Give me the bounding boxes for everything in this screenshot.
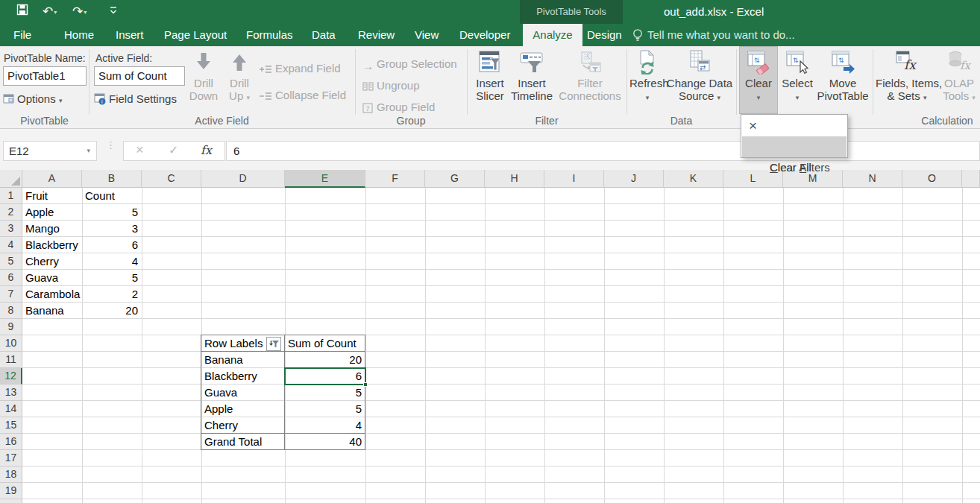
select-button[interactable]: ⇅ Select▾ (780, 48, 814, 115)
fields-items-sets-button[interactable]: fx Fields, Items,& Sets ▾ (876, 48, 938, 115)
pivot-row-value[interactable]: 20 (285, 352, 365, 368)
cell-B8[interactable]: 20 (82, 303, 142, 319)
insert-function-icon[interactable]: fx (201, 143, 212, 157)
options-button[interactable]: Options ▾ (3, 90, 62, 107)
column-header-D[interactable]: D (201, 170, 285, 188)
cell-A5[interactable]: Cherry (22, 253, 82, 270)
row-header-16[interactable]: 16 (0, 434, 22, 450)
row-labels-filter-button[interactable] (266, 337, 281, 351)
cell-A1[interactable]: Fruit (22, 188, 82, 204)
cell-A6[interactable]: Guava (22, 270, 82, 286)
field-settings-button[interactable]: iField Settings (94, 90, 177, 107)
pivot-row-label[interactable]: Blackberry (201, 368, 285, 385)
cell-A4[interactable]: Blackberry (22, 237, 82, 253)
tab-page-layout[interactable]: Page Layout (164, 24, 227, 46)
cell-A2[interactable]: Apple (22, 204, 82, 221)
move-pivottable-button[interactable]: ⇅ MovePivotTable (816, 48, 870, 115)
pivot-row-label[interactable]: Grand Total (201, 434, 285, 450)
fill-handle[interactable] (363, 382, 368, 387)
tab-review[interactable]: Review (358, 24, 395, 46)
row-header-17[interactable]: 17 (0, 450, 22, 466)
column-header-C[interactable]: C (142, 170, 201, 188)
cell-B2[interactable]: 5 (82, 204, 142, 221)
row-header-2[interactable]: 2 (0, 204, 22, 221)
row-header-4[interactable]: 4 (0, 237, 22, 253)
row-header-11[interactable]: 11 (0, 352, 22, 368)
tell-me-box[interactable]: Tell me what you want to do... (647, 24, 795, 46)
row-header-19[interactable]: 19 (0, 483, 22, 499)
cell-A8[interactable]: Banana (22, 303, 82, 319)
refresh-button[interactable]: Refresh▾ (629, 48, 665, 115)
select-dropdown-icon[interactable]: ▾ (796, 94, 800, 101)
tab-view[interactable]: View (415, 24, 439, 46)
cell-B4[interactable]: 6 (82, 237, 142, 253)
refresh-dropdown-icon[interactable]: ▾ (646, 94, 650, 101)
enter-icon[interactable]: ✓ (169, 143, 178, 157)
column-header-I[interactable]: I (544, 170, 604, 188)
change-data-source-button[interactable]: ⇄ Change DataSource ▾ (665, 48, 734, 115)
select-all-corner[interactable] (0, 170, 22, 188)
column-header-H[interactable]: H (485, 170, 544, 188)
fields-items-dropdown-icon[interactable]: ▾ (923, 94, 927, 101)
column-header-A[interactable]: A (22, 170, 82, 188)
pivot-row-label[interactable]: Banana (201, 352, 285, 368)
undo-dropdown-icon[interactable]: ▾ (54, 9, 57, 16)
column-header-F[interactable]: F (365, 170, 425, 188)
clear-button[interactable]: ⇅ Clear▾ (740, 48, 777, 115)
pivot-row-label[interactable]: Guava (201, 385, 285, 401)
tab-insert[interactable]: Insert (116, 24, 144, 46)
cancel-icon[interactable]: × (136, 142, 144, 158)
column-header-G[interactable]: G (425, 170, 485, 188)
options-dropdown-icon[interactable]: ▾ (59, 97, 63, 104)
row-header-7[interactable]: 7 (0, 286, 22, 303)
row-header-10[interactable]: 10 (0, 335, 22, 352)
row-header-13[interactable]: 13 (0, 385, 22, 401)
tab-formulas[interactable]: Formulas (246, 24, 293, 46)
menu-item-clear-all[interactable]: × Clear All (742, 116, 846, 136)
insert-timeline-button[interactable]: InsertTimeline (510, 48, 553, 115)
column-header-J[interactable]: J (604, 170, 664, 188)
row-header-15[interactable]: 15 (0, 417, 22, 434)
pivot-row-label[interactable]: Cherry (201, 417, 285, 434)
tab-design[interactable]: Design (587, 24, 622, 46)
pivot-header-sum-of-count[interactable]: Sum of Count (285, 335, 365, 352)
redo-button[interactable]: ↷▾ (72, 4, 87, 19)
tab-home[interactable]: Home (64, 24, 94, 46)
column-header-K[interactable]: K (664, 170, 723, 188)
row-header-8[interactable]: 8 (0, 303, 22, 319)
column-header-O[interactable]: O (902, 170, 962, 188)
active-field-input[interactable]: Sum of Count (94, 66, 185, 86)
row-header-12[interactable]: 12 (0, 368, 22, 385)
cell-B1[interactable]: Count (82, 188, 142, 204)
formula-bar-resizer[interactable]: ⋮ (106, 142, 113, 148)
name-box[interactable]: E12▾ (3, 141, 97, 161)
cell-B3[interactable]: 3 (82, 221, 142, 237)
formula-input[interactable]: 6 (226, 141, 980, 161)
tab-developer[interactable]: Developer (459, 24, 510, 46)
undo-button[interactable]: ↶▾ (43, 4, 57, 19)
tab-data[interactable]: Data (312, 24, 336, 46)
column-header-N[interactable]: N (843, 170, 902, 188)
column-header-E[interactable]: E (285, 170, 365, 188)
cell-A3[interactable]: Mango (22, 221, 82, 237)
column-header-B[interactable]: B (82, 170, 142, 188)
clear-dropdown-icon[interactable]: ▾ (757, 94, 761, 101)
row-header-6[interactable]: 6 (0, 270, 22, 286)
tab-analyze[interactable]: Analyze (523, 24, 582, 46)
pivot-row-label[interactable]: Apple (201, 401, 285, 417)
row-header-1[interactable]: 1 (0, 188, 22, 204)
row-header-5[interactable]: 5 (0, 253, 22, 270)
cell-B7[interactable]: 2 (82, 286, 142, 303)
cell-A7[interactable]: Carambola (22, 286, 82, 303)
tab-file[interactable]: File (13, 24, 31, 46)
pivot-row-value[interactable]: 4 (285, 417, 365, 434)
customize-qat-icon[interactable] (109, 6, 118, 19)
insert-slicer-button[interactable]: InsertSlicer (471, 48, 509, 115)
cell-B5[interactable]: 4 (82, 253, 142, 270)
menu-item-clear-filters[interactable]: Clear Filters (742, 136, 846, 157)
row-header-3[interactable]: 3 (0, 221, 22, 237)
row-header-20[interactable]: 20 (0, 499, 22, 503)
pivotname-input[interactable]: PivotTable1 (3, 66, 87, 86)
row-header-9[interactable]: 9 (0, 319, 22, 335)
column-header-partial[interactable] (962, 170, 980, 188)
